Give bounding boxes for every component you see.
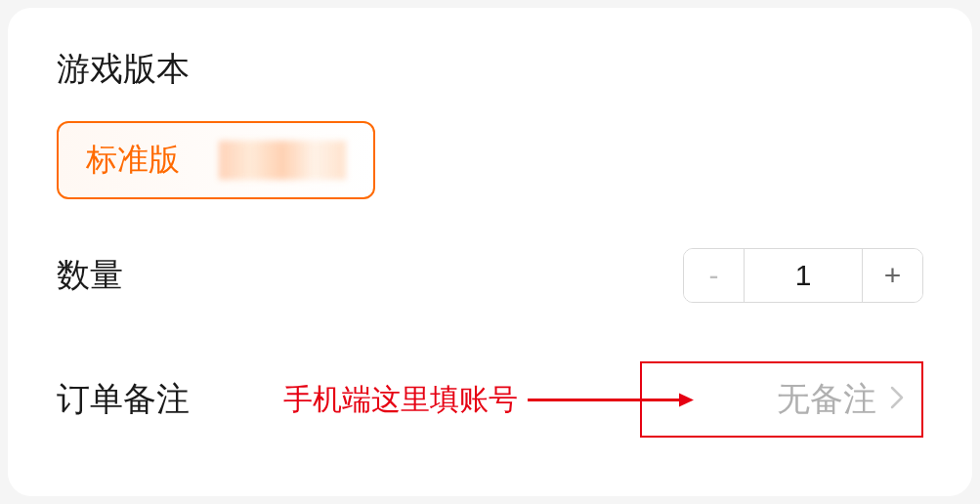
quantity-row: 数量 - +	[57, 248, 923, 303]
quantity-label: 数量	[57, 253, 123, 298]
chevron-right-icon	[890, 386, 904, 413]
obscured-content	[219, 141, 346, 180]
remark-row: 订单备注 手机端这里填账号 无备注	[57, 361, 923, 438]
remark-label: 订单备注	[57, 377, 190, 422]
quantity-decrease-button[interactable]: -	[684, 249, 745, 302]
remark-placeholder: 无备注	[777, 377, 876, 422]
svg-marker-1	[679, 393, 694, 406]
version-option-text: 标准版	[86, 139, 180, 182]
annotation-text: 手机端这里填账号	[283, 380, 518, 420]
annotation-callout: 手机端这里填账号	[283, 380, 694, 420]
quantity-stepper: - +	[683, 248, 923, 303]
quantity-increase-button[interactable]: +	[862, 249, 922, 302]
version-label: 游戏版本	[57, 47, 923, 92]
quantity-input[interactable]	[745, 249, 862, 302]
arrow-icon	[528, 390, 694, 409]
version-option-standard[interactable]: 标准版	[57, 121, 375, 199]
order-options-card: 游戏版本 标准版 数量 - + 订单备注 手机端这里填账号 无备注	[8, 8, 972, 496]
